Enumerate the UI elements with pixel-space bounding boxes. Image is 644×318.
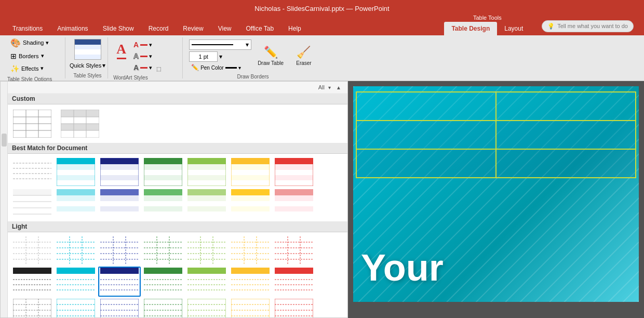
best-style-13[interactable] <box>229 188 272 218</box>
pen-color-dropdown[interactable]: ▾ <box>238 65 241 71</box>
best-style-2[interactable] <box>55 157 97 187</box>
light-style-1[interactable] <box>11 235 53 266</box>
best-style-12[interactable] <box>185 188 228 218</box>
border-style-select[interactable]: ▾ <box>189 39 251 50</box>
best-style-4[interactable] <box>142 157 184 187</box>
light-style-11[interactable] <box>142 267 184 297</box>
effects-button[interactable]: ✨ Effects ▾ <box>7 63 52 74</box>
table-style-options-group: 🎨 Shading ▾ ⊞ Borders ▾ ✨ Effects ▾ Tabl… <box>3 37 65 78</box>
best-style-7[interactable] <box>273 157 315 187</box>
eraser-button[interactable]: 🧹 Eraser <box>291 44 317 68</box>
text-outline-dropdown[interactable]: ▾ <box>149 53 152 60</box>
effects-icon: ✨ <box>10 64 19 73</box>
light-style-12[interactable] <box>185 267 228 297</box>
tab-view[interactable]: View <box>211 22 239 35</box>
svg-rect-86 <box>231 201 270 206</box>
table-styles-dropdown[interactable]: All ▾ ▲ Custom <box>0 81 348 318</box>
slide[interactable]: Your <box>353 86 639 302</box>
tab-layout[interactable]: Layout <box>497 22 530 35</box>
slide-table-container[interactable] <box>356 91 636 193</box>
text-fill-dropdown[interactable]: ▾ <box>149 42 152 48</box>
text-effects-dropdown[interactable]: ▾ <box>149 64 152 71</box>
best-style-1[interactable] <box>11 157 53 187</box>
svg-rect-29 <box>100 170 139 175</box>
panel-header: All ▾ ▲ <box>8 82 347 94</box>
text-effects-button[interactable]: A ▾ <box>131 62 154 73</box>
best-style-3[interactable] <box>98 157 141 187</box>
tab-slideshow[interactable]: Slide Show <box>96 22 141 35</box>
scroll-thumb <box>2 134 7 147</box>
best-style-11[interactable] <box>142 188 184 218</box>
light-style-13[interactable] <box>229 267 272 297</box>
light-style-7[interactable] <box>273 235 315 266</box>
light-style-3[interactable] <box>98 235 141 266</box>
best-style-9[interactable] <box>55 188 97 218</box>
tell-me-input[interactable]: 💡 Tell me what you want to do <box>542 20 634 32</box>
panel-filter-dropdown[interactable]: ▾ <box>325 83 334 92</box>
line-weight-input[interactable] <box>189 51 218 62</box>
text-effects-bar <box>140 67 147 69</box>
svg-rect-80 <box>187 195 226 201</box>
light-style-14[interactable] <box>273 267 315 297</box>
all-label: All <box>318 84 325 90</box>
tab-help[interactable]: Help <box>281 22 308 35</box>
best-style-8[interactable] <box>11 188 53 218</box>
svg-rect-30 <box>100 175 139 180</box>
svg-rect-37 <box>144 180 182 186</box>
light-style-16[interactable] <box>55 298 97 318</box>
svg-rect-93 <box>275 211 313 217</box>
light-style-20[interactable] <box>229 298 272 318</box>
svg-rect-210 <box>275 299 313 318</box>
tab-tabledesign[interactable]: Table Design <box>444 22 497 35</box>
light-style-4[interactable] <box>142 235 184 266</box>
draw-table-button[interactable]: ✏️ Draw Table <box>253 44 288 68</box>
light-style-19[interactable] <box>185 298 228 318</box>
light-style-9[interactable] <box>55 267 97 297</box>
lightbulb-icon: 💡 <box>547 23 555 30</box>
table-styles-label: Table Styles <box>74 71 102 78</box>
text-outline-button[interactable]: A ▾ <box>131 51 154 61</box>
line-weight-row: ▾ <box>189 51 251 62</box>
slide-table <box>356 91 636 178</box>
pen-settings-col: ▾ ▾ ✏️ Pen Color ▾ <box>189 39 251 72</box>
border-style-dropdown[interactable]: ▾ <box>246 41 249 48</box>
panel-scroll-up[interactable]: ▲ <box>334 83 343 92</box>
light-style-2[interactable] <box>55 235 97 266</box>
svg-rect-122 <box>187 236 226 264</box>
pen-color-button[interactable]: ✏️ Pen Color ▾ <box>189 63 243 72</box>
svg-rect-163 <box>187 268 226 274</box>
text-fill-button[interactable]: A ▾ <box>131 39 154 50</box>
svg-rect-70 <box>100 195 139 201</box>
svg-rect-185 <box>57 299 95 318</box>
light-style-18[interactable] <box>142 298 184 318</box>
tab-record[interactable]: Record <box>141 22 176 35</box>
best-style-6[interactable] <box>229 157 272 187</box>
shading-button[interactable]: 🎨 Shading ▾ <box>7 36 52 49</box>
tab-transitions[interactable]: Transitions <box>5 22 50 35</box>
svg-rect-77 <box>144 206 182 211</box>
light-style-15[interactable] <box>11 298 53 318</box>
custom-style-1[interactable] <box>11 108 53 140</box>
custom-style-2[interactable] <box>59 108 101 140</box>
wordart-text-fill-button[interactable]: A <box>113 39 129 61</box>
best-style-14[interactable] <box>273 188 315 218</box>
light-style-8[interactable] <box>11 267 53 297</box>
best-style-10[interactable] <box>98 188 141 218</box>
best-style-5[interactable] <box>185 157 228 187</box>
light-style-5[interactable] <box>185 235 228 266</box>
tab-review[interactable]: Review <box>176 22 210 35</box>
light-style-6[interactable] <box>229 235 272 266</box>
svg-rect-33 <box>144 158 182 164</box>
light-style-17[interactable] <box>98 298 141 318</box>
light-style-21[interactable] <box>273 298 315 318</box>
wordart-dialog-launcher[interactable]: ⬚ <box>156 66 161 72</box>
svg-rect-88 <box>231 211 270 217</box>
quick-styles-button[interactable]: Quick Styles ▾ <box>70 62 105 69</box>
tab-officetab[interactable]: Office Tab <box>239 22 281 35</box>
svg-rect-72 <box>100 206 139 211</box>
line-weight-dropdown[interactable]: ▾ <box>219 53 222 60</box>
svg-rect-81 <box>187 201 226 206</box>
tab-animations[interactable]: Animations <box>50 22 95 35</box>
borders-button[interactable]: ⊞ Borders ▾ <box>7 50 52 62</box>
light-style-10[interactable] <box>98 267 141 297</box>
